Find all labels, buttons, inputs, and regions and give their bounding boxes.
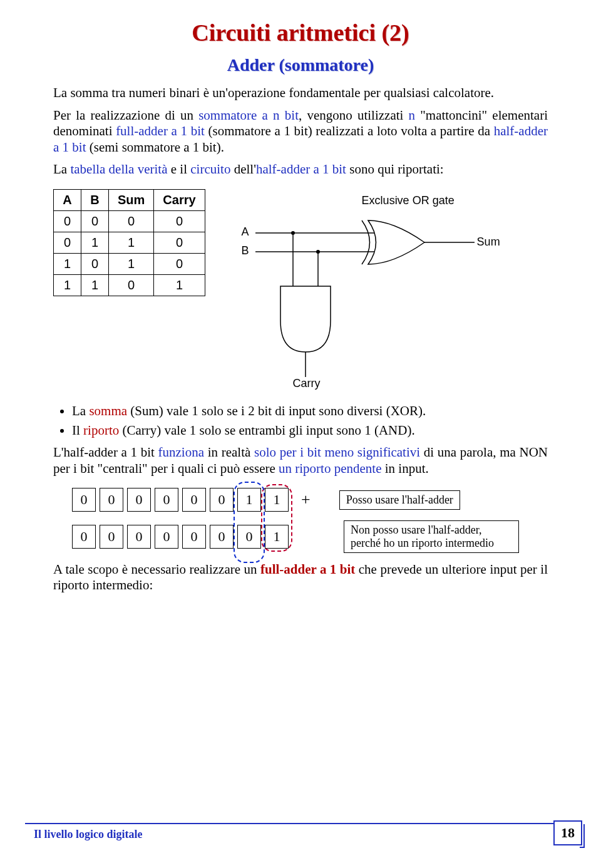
label-a: A xyxy=(242,225,249,239)
dashed-highlight-blue xyxy=(234,482,265,563)
text: e il xyxy=(168,162,191,177)
bit-box: 0 xyxy=(155,525,178,549)
term-tabella-verita: tabella della verità xyxy=(70,162,167,177)
th-b: B xyxy=(81,190,109,211)
bit-row-bottom: 0 0 0 0 0 0 0 1 Non posso usare l'half-a… xyxy=(72,520,548,552)
term-circuito: circuito xyxy=(190,162,230,177)
label-b: B xyxy=(242,244,249,257)
bit-box: 0 xyxy=(210,488,234,512)
th-carry: Carry xyxy=(154,190,205,211)
footer-label: Il livello logico digitale xyxy=(34,828,143,841)
text: Per la realizzazione di un xyxy=(53,108,198,123)
text: dell' xyxy=(230,162,256,177)
text: (semi sommatore a 1 bit). xyxy=(86,140,224,155)
table-row: 0000 xyxy=(54,211,205,232)
bit-box: 0 xyxy=(127,488,151,512)
bit-box: 0 xyxy=(155,488,178,512)
annotation-posso: Posso usare l'half-adder xyxy=(339,490,460,510)
th-a: A xyxy=(54,190,81,211)
term-full-adder-1bit: full-adder a 1 bit xyxy=(260,562,355,577)
bit-box: 0 xyxy=(182,525,206,549)
truth-table: A B Sum Carry 0000 0110 1010 1101 xyxy=(53,189,205,296)
figure-row: A B Sum Carry 0000 0110 1010 1101 xyxy=(53,189,548,390)
table-row: 1101 xyxy=(54,275,205,296)
text: La xyxy=(53,162,70,177)
bit-box: 0 xyxy=(210,525,234,549)
term-riporto-pendente: un riporto pendente xyxy=(279,461,381,476)
plus-sign: + xyxy=(301,490,311,509)
list-item: Il riporto (Carry) vale 1 solo se entram… xyxy=(72,423,548,438)
th-sum: Sum xyxy=(109,190,154,211)
bit-box: 0 xyxy=(100,525,123,549)
half-adder-circuit: Exclusive OR gate A B Sum Carry xyxy=(237,189,500,390)
text: sono qui riportati: xyxy=(346,162,444,177)
text: (sommatore a 1 bit) realizzati a loto vo… xyxy=(205,123,494,138)
annotation-non-posso: Non posso usare l'half-adder, perché ho … xyxy=(344,520,519,552)
circuit-svg xyxy=(237,189,500,390)
label-sum: Sum xyxy=(477,235,500,249)
term-n: n xyxy=(409,108,416,123)
page-footer: Il livello logico digitale 18 xyxy=(25,823,582,850)
table-row: 1010 xyxy=(54,254,205,275)
text: , vengono utilizzati xyxy=(299,108,409,123)
term-sommatore-n-bit: sommatore a n bit xyxy=(198,108,299,123)
paragraph-funziona: L'half-adder a 1 bit funziona in realtà … xyxy=(53,445,548,477)
table-row: 0110 xyxy=(54,232,205,254)
page-subtitle: Adder (sommatore) xyxy=(53,55,548,75)
page-title: Circuiti aritmetici (2) xyxy=(53,19,548,46)
bit-example: 0 0 0 0 0 0 1 1 + Posso usare l'half-add… xyxy=(72,488,548,552)
term-meno-significativi: solo per i bit meno significativi xyxy=(254,445,420,460)
label-xor-gate: Exclusive OR gate xyxy=(362,194,455,207)
term-funziona: funziona xyxy=(158,445,204,460)
bit-box: 0 xyxy=(100,488,123,512)
bit-box: 0 xyxy=(72,488,96,512)
paragraph-tabella: La tabella della verità e il circuito de… xyxy=(53,162,548,178)
bit-row-top: 0 0 0 0 0 0 1 1 + Posso usare l'half-add… xyxy=(72,488,548,512)
page-number: 18 xyxy=(553,820,582,845)
paragraph-sommatore: Per la realizzazione di un sommatore a n… xyxy=(53,108,548,156)
dashed-highlight-red xyxy=(261,484,292,552)
paragraph-full-adder: A tale scopo è necessario realizzare un … xyxy=(53,562,548,594)
bit-box: 0 xyxy=(127,525,151,549)
bit-box: 0 xyxy=(182,488,206,512)
term-riporto: riporto xyxy=(83,423,119,438)
paragraph-intro: La somma tra numeri binari è un'operazio… xyxy=(53,85,548,101)
bullet-list: La somma (Sum) vale 1 solo se i 2 bit di… xyxy=(72,403,548,438)
term-full-adder: full-adder a 1 bit xyxy=(116,123,205,138)
list-item: La somma (Sum) vale 1 solo se i 2 bit di… xyxy=(72,403,548,419)
bit-box: 0 xyxy=(72,525,96,549)
label-carry: Carry xyxy=(293,377,321,390)
term-somma: somma xyxy=(89,403,127,418)
term-half-adder-1bit: half-adder a 1 bit xyxy=(256,162,346,177)
